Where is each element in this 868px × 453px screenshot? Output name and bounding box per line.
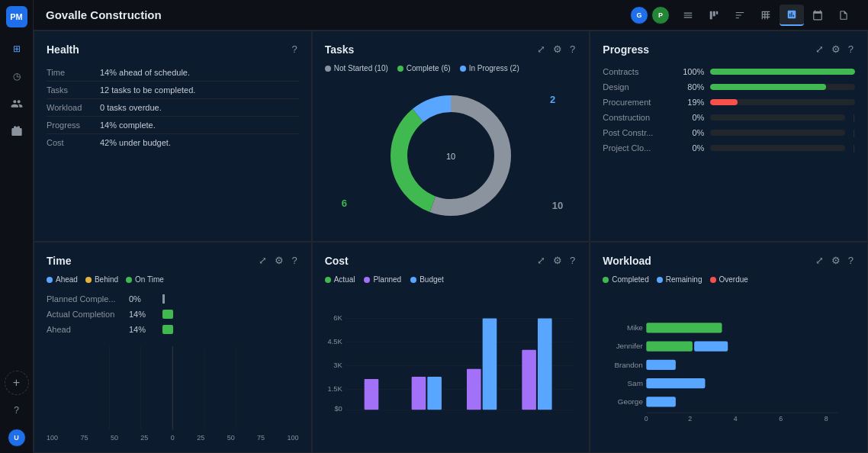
sidebar-item-people[interactable]	[5, 92, 29, 116]
svg-text:2: 2	[689, 415, 693, 422]
progress-pct-construction: 0%	[677, 113, 704, 122]
cost-help-button[interactable]: ?	[568, 253, 577, 268]
health-row-cost: Cost 42% under budget.	[47, 134, 299, 151]
avatar-g[interactable]: G	[630, 6, 648, 24]
time-help-button[interactable]: ?	[290, 253, 298, 268]
health-value-tasks: 12 tasks to be completed.	[100, 85, 195, 95]
svg-text:10: 10	[446, 152, 455, 161]
svg-text:6: 6	[780, 415, 783, 422]
svg-text:3K: 3K	[333, 361, 342, 369]
legend-in-progress: In Progress (2)	[460, 64, 519, 72]
workload-panel: Workload ⤢ ⚙ ? Completed Remaining	[590, 242, 868, 453]
progress-label-procurement: Procurement	[603, 98, 671, 107]
legend-label-complete: Complete (6)	[407, 64, 451, 72]
svg-text:1.5K: 1.5K	[327, 385, 342, 393]
progress-table: Contracts 100% Design 80% Procurement 19…	[603, 64, 855, 156]
donut-label-not-started: 10	[552, 200, 563, 211]
donut-chart: 10	[382, 87, 519, 224]
sidebar-item-home[interactable]: ⊞	[5, 37, 29, 61]
workload-help-button[interactable]: ?	[847, 253, 855, 268]
workload-actions: ⤢ ⚙ ?	[814, 253, 855, 268]
workload-name-brandon: Brandon	[615, 361, 643, 369]
cost-settings-button[interactable]: ⚙	[551, 253, 564, 268]
tasks-help-button[interactable]: ?	[568, 42, 577, 56]
project-title: Govalle Construction	[46, 8, 624, 21]
sidebar-item-portfolio[interactable]	[5, 119, 29, 143]
donut-label-complete: 6	[342, 198, 347, 209]
workload-label-completed: Completed	[612, 275, 648, 284]
cost-bar-g4-planned	[522, 350, 536, 410]
health-label-cost: Cost	[47, 138, 100, 147]
time-bar-actual	[162, 310, 173, 319]
progress-panel: Progress ⤢ ⚙ ? Contracts 100% Design	[590, 31, 868, 242]
time-title: Time	[47, 255, 257, 267]
cost-bar-g1-planned	[364, 379, 378, 410]
donut-label-in-progress: 2	[550, 94, 555, 105]
cost-panel: Cost ⤢ ⚙ ? Actual Planned Budg	[312, 242, 590, 453]
svg-rect-25	[647, 397, 677, 406]
time-settings-button[interactable]: ⚙	[273, 253, 285, 268]
svg-rect-24	[647, 378, 706, 388]
health-label-tasks: Tasks	[47, 85, 100, 95]
workload-legend-overdue: Overdue	[710, 275, 748, 284]
workload-dot-completed	[603, 277, 609, 283]
time-axis: 100 75 50 25 0 25 50 75 100	[47, 434, 299, 442]
legend-dot-complete	[397, 66, 403, 72]
workload-legend-remaining: Remaining	[657, 275, 702, 284]
progress-label-design: Design	[603, 82, 671, 92]
nav-board[interactable]	[702, 5, 726, 26]
time-label-actual: Actual Completion	[47, 310, 123, 319]
progress-bar-construction	[710, 114, 845, 120]
cost-expand-button[interactable]: ⤢	[535, 253, 547, 268]
time-pct-actual: 14%	[129, 310, 156, 319]
nav-files[interactable]	[831, 5, 856, 26]
cost-actions: ⤢ ⚙ ?	[535, 253, 577, 268]
time-legend-on-time: On Time	[126, 275, 164, 284]
time-expand-button[interactable]: ⤢	[257, 253, 268, 268]
progress-bar-procurement	[710, 99, 855, 105]
nav-timeline[interactable]	[728, 5, 752, 26]
workload-dot-remaining	[657, 277, 663, 283]
svg-rect-22	[694, 341, 728, 351]
progress-expand-button[interactable]: ⤢	[814, 42, 825, 56]
time-label-planned: Planned Comple...	[47, 294, 123, 304]
cost-label-actual: Actual	[334, 275, 355, 284]
workload-expand-button[interactable]: ⤢	[814, 253, 825, 268]
svg-text:0: 0	[645, 415, 648, 422]
health-label-progress: Progress	[47, 120, 100, 130]
progress-label-contracts: Contracts	[603, 67, 671, 76]
avatar-p[interactable]: P	[651, 6, 670, 24]
cost-chart-wrapper: 6K 4.5K 3K 1.5K $0	[325, 290, 577, 442]
time-pct-ahead: 14%	[129, 325, 156, 334]
donut-chart-container: 10 2 6 10	[325, 80, 577, 230]
app-logo[interactable]: PM	[6, 6, 27, 27]
legend-dot-in-progress	[460, 66, 466, 72]
add-project-button[interactable]: +	[5, 371, 29, 395]
tasks-expand-button[interactable]: ⤢	[535, 42, 547, 56]
user-avatar[interactable]: U	[8, 429, 26, 447]
workload-dot-overdue	[710, 277, 716, 283]
time-axis-100r: 100	[288, 434, 299, 442]
sidebar-item-recent[interactable]: ◷	[5, 64, 29, 88]
main-area: Govalle Construction G P	[34, 0, 868, 453]
help-icon[interactable]: ?	[5, 398, 29, 422]
progress-row-post-constr: Post Constr... 0% |	[603, 125, 855, 140]
workload-settings-button[interactable]: ⚙	[830, 253, 842, 268]
nav-list[interactable]	[676, 5, 700, 26]
svg-text:$0: $0	[334, 405, 342, 413]
sidebar: PM ⊞ ◷ + ? U	[0, 0, 34, 453]
progress-fill-contracts	[710, 69, 855, 75]
cost-header: Cost ⤢ ⚙ ?	[325, 253, 577, 268]
progress-help-button[interactable]: ?	[847, 42, 855, 56]
time-header: Time ⤢ ⚙ ?	[47, 253, 299, 268]
topbar: Govalle Construction G P	[34, 0, 868, 31]
svg-text:6K: 6K	[333, 314, 342, 322]
health-table: Time 14% ahead of schedule. Tasks 12 tas…	[47, 64, 299, 151]
progress-settings-button[interactable]: ⚙	[830, 42, 842, 56]
nav-table[interactable]	[754, 5, 778, 26]
health-help-button[interactable]: ?	[290, 42, 298, 56]
tasks-settings-button[interactable]: ⚙	[551, 42, 564, 56]
nav-dashboard[interactable]	[780, 5, 804, 26]
progress-fill-procurement	[710, 99, 738, 105]
nav-calendar[interactable]	[805, 5, 830, 26]
